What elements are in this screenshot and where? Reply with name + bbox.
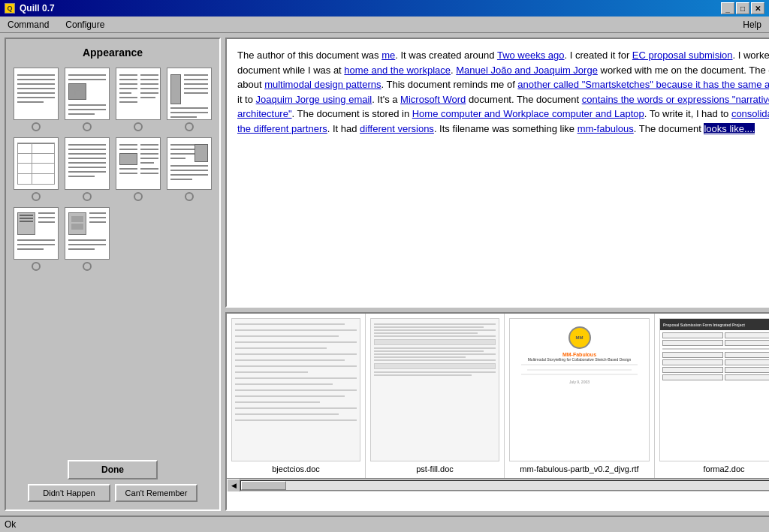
doc-preview-4: Proposal Submission Form Integrated Proj… bbox=[659, 318, 769, 461]
link-manuel-joaquim[interactable]: Manuel João and Joaquim Jorge bbox=[456, 65, 598, 76]
panel-buttons: Done Didn't Happen Can't Remember bbox=[14, 460, 212, 502]
radio-layout-9[interactable] bbox=[32, 262, 41, 271]
radio-layout-4[interactable] bbox=[185, 122, 194, 131]
menu-configure[interactable]: Configure bbox=[61, 18, 109, 32]
link-smartsketches[interactable]: another called "Smartsketches" because i… bbox=[517, 79, 769, 90]
link-mmfabulous[interactable]: mm-fabulous bbox=[578, 123, 634, 134]
link-versions[interactable]: different versions bbox=[360, 123, 434, 134]
layout-grid-row1: ⊡ bbox=[14, 68, 212, 131]
forma-cell-8 bbox=[725, 359, 769, 365]
layout-thumbnail-6 bbox=[65, 137, 110, 190]
layout-option-3[interactable] bbox=[116, 68, 161, 131]
layout-thumbnail-2: ⊡ bbox=[65, 68, 110, 120]
doc-thumb-3[interactable]: MM MM-Fabulous Multimodal Storytelling f… bbox=[505, 314, 655, 478]
forma-row-3 bbox=[662, 352, 769, 358]
layout-thumbnail-10 bbox=[65, 207, 110, 260]
layout-option-8[interactable] bbox=[167, 137, 212, 201]
forma-content: Proposal Submission Form Integrated Proj… bbox=[660, 319, 769, 383]
forma-cell-11 bbox=[662, 374, 723, 380]
link-ms-word[interactable]: Microsoft Word bbox=[400, 94, 466, 105]
layout-option-5[interactable] bbox=[14, 137, 59, 201]
mm-date: July 9, 2003 bbox=[569, 380, 590, 384]
radio-layout-8[interactable] bbox=[185, 192, 194, 201]
doc-name-1: bjectcios.doc bbox=[272, 464, 320, 473]
carousel-docs-row: bjectcios.doc bbox=[227, 314, 769, 478]
layout-thumbnail-1 bbox=[14, 68, 59, 120]
layout-thumbnail-4 bbox=[167, 68, 212, 120]
doc-mm-content: MM MM-Fabulous Multimodal Storytelling f… bbox=[510, 319, 649, 389]
doc-content-2 bbox=[371, 319, 499, 380]
scroll-left-button[interactable]: ◀ bbox=[227, 479, 240, 492]
link-me[interactable]: me bbox=[381, 50, 395, 61]
title-controls: _ □ ✕ bbox=[721, 2, 764, 14]
menu-help[interactable]: Help bbox=[738, 18, 766, 32]
mm-logo: MM bbox=[568, 326, 591, 349]
layout-option-6[interactable] bbox=[65, 137, 110, 201]
link-home-workplace[interactable]: home and the workplace bbox=[344, 65, 451, 76]
title-bar: Q Quill 0.7 _ □ ✕ bbox=[0, 0, 769, 17]
radio-layout-6[interactable] bbox=[83, 192, 92, 201]
layout-grid-row3 bbox=[14, 207, 212, 271]
status-text: Ok bbox=[5, 519, 16, 530]
layout-option-2[interactable]: ⊡ bbox=[65, 68, 110, 131]
radio-layout-10[interactable] bbox=[83, 262, 92, 271]
link-storage[interactable]: Home computer and Workplace computer and… bbox=[412, 108, 644, 119]
carousel-container: bjectcios.doc bbox=[227, 314, 769, 509]
forma-row-4 bbox=[662, 359, 769, 365]
link-joaquim-email[interactable]: Joaquim Jorge using email bbox=[256, 94, 372, 105]
done-button[interactable]: Done bbox=[68, 460, 158, 479]
layout-thumbnail-5 bbox=[14, 137, 59, 190]
mm-subtitle: Multimodal Storytelling for Collaborativ… bbox=[528, 357, 632, 362]
forma-cell-2 bbox=[725, 332, 769, 338]
maximize-button[interactable]: □ bbox=[736, 2, 749, 14]
close-button[interactable]: ✕ bbox=[751, 2, 764, 14]
layout-option-1[interactable] bbox=[14, 68, 59, 131]
forma-row-2 bbox=[662, 340, 769, 346]
forma-cell-9 bbox=[662, 367, 723, 373]
radio-layout-3[interactable] bbox=[134, 122, 143, 131]
doc-name-3: mm-fabulous-partb_v0.2_djvg.rtf bbox=[520, 464, 638, 473]
link-two-weeks-ago[interactable]: Two weeks ago bbox=[497, 50, 565, 61]
doc-name-2: pst-fill.doc bbox=[416, 464, 454, 473]
layout-option-10[interactable] bbox=[65, 207, 110, 271]
cant-remember-button[interactable]: Can't Remember bbox=[115, 484, 198, 502]
doc-thumb-1[interactable]: bjectcios.doc bbox=[227, 314, 366, 478]
link-multimodal[interactable]: multimodal design patterns bbox=[264, 79, 381, 90]
doc-preview-1 bbox=[231, 318, 360, 461]
radio-layout-2[interactable] bbox=[83, 122, 92, 131]
layout-option-7[interactable] bbox=[116, 137, 161, 201]
link-looks-like[interactable]: looks like.... bbox=[704, 123, 755, 134]
forma-header: Proposal Submission Form Integrated Proj… bbox=[660, 319, 769, 330]
forma-cell-4 bbox=[725, 340, 769, 346]
forma-cell-7 bbox=[662, 359, 723, 365]
forma-divider bbox=[662, 348, 769, 350]
forma-cell-1 bbox=[662, 332, 723, 338]
minimize-button[interactable]: _ bbox=[721, 2, 734, 14]
doc-content-1 bbox=[232, 319, 360, 461]
didnt-happen-button[interactable]: Didn't Happen bbox=[28, 484, 110, 502]
text-area-wrapper: The author of this document was me. It w… bbox=[225, 38, 769, 308]
secondary-buttons: Didn't Happen Can't Remember bbox=[28, 484, 198, 502]
doc-name-4: forma2.doc bbox=[703, 464, 744, 473]
layout-option-4[interactable] bbox=[167, 68, 212, 131]
doc-thumb-4[interactable]: Proposal Submission Form Integrated Proj… bbox=[655, 314, 769, 478]
radio-layout-1[interactable] bbox=[32, 122, 41, 131]
radio-layout-5[interactable] bbox=[32, 192, 41, 201]
forma-row-5 bbox=[662, 367, 769, 373]
document-text: The author of this document was me. It w… bbox=[225, 38, 769, 308]
link-ec-proposal[interactable]: EC proposal submision bbox=[632, 50, 733, 61]
appearance-panel: Appearance bbox=[5, 38, 221, 511]
layout-thumbnail-8 bbox=[167, 137, 212, 190]
layout-option-9[interactable] bbox=[14, 207, 59, 271]
scroll-track[interactable] bbox=[240, 480, 769, 491]
forma-cell-10 bbox=[725, 367, 769, 373]
radio-layout-7[interactable] bbox=[134, 192, 143, 201]
doc-thumb-2[interactable]: pst-fill.doc bbox=[366, 314, 505, 478]
app-icon: Q bbox=[5, 3, 15, 14]
document-carousel: bjectcios.doc bbox=[225, 312, 769, 511]
menu-command[interactable]: Command bbox=[3, 18, 53, 32]
layout-grid-row2 bbox=[14, 137, 212, 201]
forma-row-6 bbox=[662, 374, 769, 380]
scroll-thumb[interactable] bbox=[241, 481, 286, 490]
doc-preview-3: MM MM-Fabulous Multimodal Storytelling f… bbox=[509, 318, 650, 461]
